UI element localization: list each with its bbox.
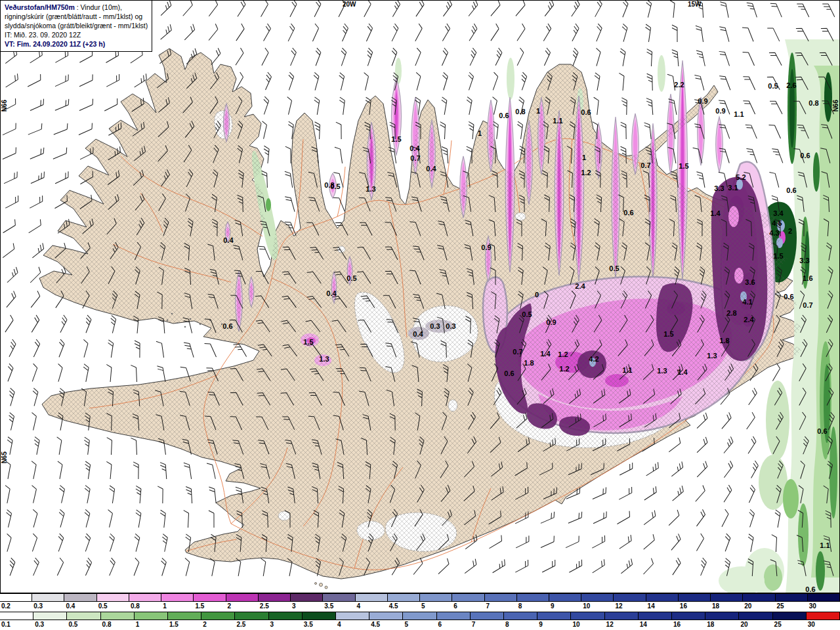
legend-cell <box>291 594 323 601</box>
legend-cell <box>303 612 336 620</box>
legend-tick-label: 0.5 <box>98 602 108 610</box>
legend-cell <box>776 594 808 601</box>
legend-tick-label: 30 <box>809 602 816 610</box>
legend-cell <box>639 612 672 620</box>
product-name: : Vindur (10m), <box>75 3 122 11</box>
legend-cell <box>356 594 388 601</box>
legend-cell <box>201 612 235 620</box>
legend-cell <box>537 612 571 620</box>
legend-tick-label: 9 <box>551 602 555 610</box>
legend-cell <box>369 612 403 620</box>
legend-tick-label: 3 <box>270 621 274 629</box>
rain-patch <box>266 198 271 211</box>
legend-cell <box>67 612 100 620</box>
legend-tick-label: 7 <box>486 602 490 610</box>
legend-tick-label: 2.5 <box>260 602 269 610</box>
legend-cell <box>323 594 355 601</box>
island <box>325 586 327 589</box>
legend-tick-label: 2 <box>203 621 207 629</box>
legend-tick-label: 8 <box>518 602 522 610</box>
rain-patch <box>764 564 782 591</box>
legend-cell <box>129 594 161 601</box>
legend-cell <box>517 594 549 601</box>
legend-cell <box>194 594 226 601</box>
legend-cell <box>403 612 436 620</box>
latitude-label-n65-left: N65 <box>1 452 8 463</box>
legend-tick-label: 4 <box>337 621 341 629</box>
rain-patch <box>507 58 514 100</box>
legend-cell <box>269 612 303 620</box>
legend-tick-label: 18 <box>712 602 719 610</box>
legend-cell <box>388 594 420 601</box>
legend-cell <box>0 594 32 601</box>
longitude-label-15w: 15W <box>688 1 702 8</box>
skerry <box>184 326 186 328</box>
legend-tick-label: 2 <box>228 602 232 610</box>
legend-cell <box>168 612 201 620</box>
legend-tick-label: 0.2 <box>1 602 10 610</box>
legend-tick-label: 3.5 <box>304 621 313 629</box>
legend-cell <box>33 612 67 620</box>
legend-cell <box>743 594 775 601</box>
legend-cell <box>549 594 581 601</box>
legend-tick-label: 4.5 <box>389 602 398 610</box>
legend-tick-label: 4 <box>357 602 361 610</box>
legend-rain-scale: 0.10.30.50.811.522.533.544.5567891012141… <box>0 612 840 630</box>
legend-ticks: 0.20.30.40.50.811.522.533.544.5567891012… <box>0 602 840 611</box>
latitude-label-n66-left: N66 <box>1 100 8 112</box>
legend-tick-label: 0.1 <box>1 621 10 629</box>
island <box>315 583 317 585</box>
model-name: Veðurstofan/HM750m <box>5 3 75 11</box>
rain-patch <box>798 503 808 566</box>
map-area: 1.50.40.70.41.30.50.810.60.811.10.611.20… <box>0 0 840 593</box>
legend-tick-label: 14 <box>648 602 655 610</box>
legend-cell <box>161 594 194 601</box>
legend-tick-label: 4.5 <box>371 621 380 629</box>
legend-cell <box>614 594 646 601</box>
legend-tick-label: 0.3 <box>33 602 43 610</box>
rain-patch <box>783 479 799 518</box>
legend-cell <box>808 594 840 601</box>
legend-cell <box>679 594 711 601</box>
legend-tick-label: 2.5 <box>236 621 245 629</box>
legend-tick-label: 0.3 <box>35 621 44 629</box>
legend-cell <box>672 612 705 620</box>
legend-tick-label: 1 <box>163 602 167 610</box>
title-box: Veðurstofan/HM750m : Vindur (10m), rigni… <box>0 0 152 52</box>
legend-tick-label: 10 <box>572 621 579 629</box>
snow-intense-blue-spot <box>777 220 785 232</box>
snow-intense-blue-spot <box>736 179 743 190</box>
legend-sleet-snow-scale: 0.20.30.40.50.811.522.533.544.5567891012… <box>0 593 840 612</box>
legend-tick-label: 0.8 <box>131 602 140 610</box>
legend-tick-label: 9 <box>539 621 543 629</box>
legend-cell <box>64 594 96 601</box>
legend-tick-label: 20 <box>740 621 747 629</box>
legend-tick-label: 12 <box>615 602 622 610</box>
legend-cell <box>32 594 64 601</box>
legend-cell <box>646 594 679 601</box>
legend-tick-label: 3 <box>292 602 296 610</box>
rain-patch <box>813 152 820 192</box>
longitude-label-20w: 20W <box>343 1 356 8</box>
legend-cell <box>420 594 452 601</box>
legend-cell <box>581 594 614 601</box>
legend-cell <box>571 612 604 620</box>
init-time: IT: Mið. 23. 09. 2020 12Z <box>5 30 148 39</box>
legend-tick-label: 30 <box>808 621 815 629</box>
map-canvas <box>0 0 840 593</box>
legend-tick-label: 18 <box>707 621 714 629</box>
legend-tick-label: 16 <box>673 621 681 629</box>
legend-cell <box>97 594 129 601</box>
legend-tick-label: 20 <box>744 602 751 610</box>
legend-tick-label: 12 <box>606 621 614 629</box>
legend-tick-label: 1.5 <box>169 621 178 629</box>
legend-tick-label: 6 <box>438 621 442 629</box>
rain-patch <box>805 231 810 281</box>
weather-map-page: 1.50.40.70.41.30.50.810.60.811.10.611.20… <box>0 0 840 630</box>
legend-tick-label: 0.4 <box>66 602 75 610</box>
legend-tick-label: 1 <box>136 621 140 629</box>
latitude-label-n66-right: N66 <box>832 100 839 112</box>
legend-bar <box>0 612 840 620</box>
legend-tick-label: 7 <box>472 621 476 629</box>
legend-tick-label: 14 <box>640 621 647 629</box>
